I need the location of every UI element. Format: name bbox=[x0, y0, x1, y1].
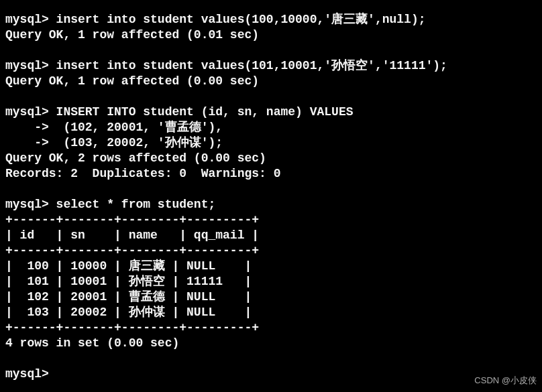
watermark-text: CSDN @小皮侠 bbox=[474, 375, 537, 387]
mysql-terminal[interactable]: mysql> insert into student values(100,10… bbox=[0, 0, 542, 382]
